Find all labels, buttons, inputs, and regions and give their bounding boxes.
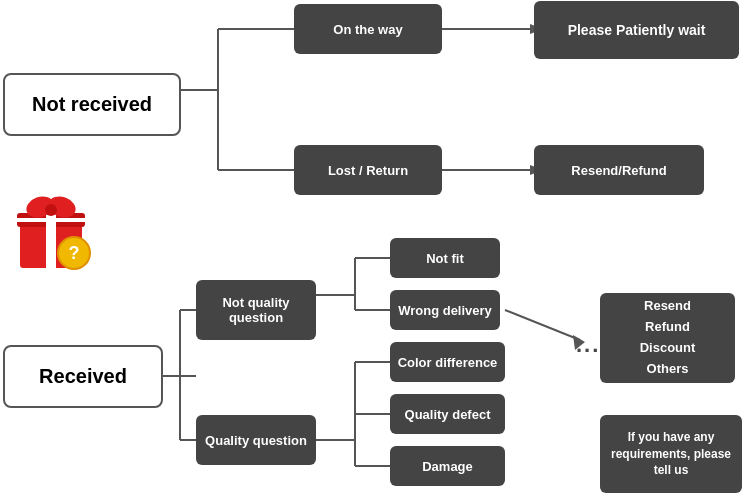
- please-wait-box: Please Patiently wait: [534, 1, 739, 59]
- quality-question-box: Quality question: [196, 415, 316, 465]
- ellipsis-dots: ···: [576, 338, 600, 364]
- svg-line-23: [505, 310, 580, 340]
- quality-defect-box: Quality defect: [390, 394, 505, 434]
- svg-point-31: [45, 204, 57, 216]
- lost-return-box: Lost / Return: [294, 145, 442, 195]
- resend-refund-box: Resend/Refund: [534, 145, 704, 195]
- diagram: Not received On the way Please Patiently…: [0, 0, 750, 500]
- wrong-delivery-box: Wrong delivery: [390, 290, 500, 330]
- gift-icon: ?: [12, 185, 102, 275]
- color-difference-box: Color difference: [390, 342, 505, 382]
- on-the-way-box: On the way: [294, 4, 442, 54]
- requirements-box: If you have any requirements, please tel…: [600, 415, 742, 493]
- not-quality-box: Not quality question: [196, 280, 316, 340]
- resend-options-box: Resend Refund Discount Others: [600, 293, 735, 383]
- not-fit-box: Not fit: [390, 238, 500, 278]
- svg-rect-28: [17, 218, 85, 222]
- received-box: Received: [3, 345, 163, 408]
- damage-box: Damage: [390, 446, 505, 486]
- not-received-box: Not received: [3, 73, 181, 136]
- svg-text:?: ?: [69, 243, 80, 263]
